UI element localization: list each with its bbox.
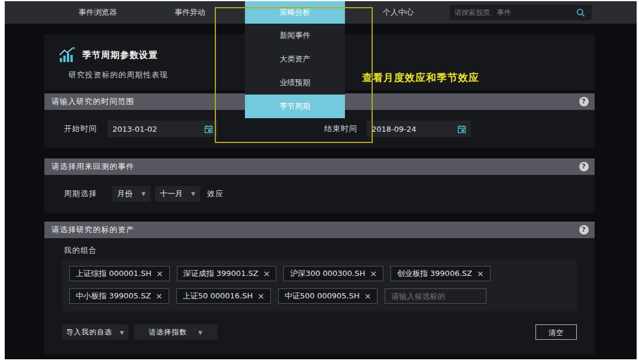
- end-time-label: 结束时间: [324, 124, 357, 134]
- remove-tag-icon[interactable]: ×: [156, 291, 163, 301]
- page-subtitle: 研究投资标的的周期性表现: [69, 70, 168, 80]
- asset-tag-label: 创业板指 399006.SZ: [397, 268, 472, 279]
- remove-tag-icon[interactable]: ×: [364, 291, 372, 301]
- help-icon[interactable]: ?: [579, 162, 589, 171]
- import-watchlist-label: 导入我的自选: [66, 328, 112, 336]
- search-icon[interactable]: [576, 8, 592, 17]
- index-select-label: 请选择指数: [149, 328, 187, 336]
- help-icon[interactable]: ?: [579, 97, 589, 106]
- remove-tag-icon[interactable]: ×: [477, 269, 484, 278]
- calendar-icon[interactable]: [457, 125, 466, 134]
- nav-item-strategy-analysis[interactable]: 策略分析: [245, 1, 345, 24]
- asset-tag-label: 中证500 000905.SH: [285, 291, 360, 301]
- start-time-label: 开始时间: [64, 124, 97, 134]
- asset-tag: 创业板指 399006.SZ ×: [390, 266, 490, 281]
- asset-tag-label: 上证综指 000001.SH: [76, 268, 151, 279]
- effect-suffix-label: 效应: [207, 188, 224, 199]
- calendar-icon[interactable]: [204, 125, 213, 134]
- asset-tag: 中小板指 399005.SZ ×: [69, 288, 169, 304]
- search-box: [450, 5, 592, 20]
- remove-tag-icon[interactable]: ×: [263, 269, 270, 278]
- section-title: 请输入研究的时间范围: [51, 97, 134, 106]
- cycle-type-select[interactable]: 月份 ▼: [112, 186, 150, 202]
- asset-tag: 深证成指 399001.SZ ×: [177, 266, 277, 281]
- chevron-down-icon: ▼: [191, 191, 195, 197]
- strategy-dropdown-menu: 新闻事件 大类资产 业绩预期 季节周期: [245, 24, 345, 118]
- asset-tag-label: 沪深300 000300.SH: [290, 268, 365, 279]
- dropdown-item-earnings-forecast[interactable]: 业绩预期: [245, 71, 345, 95]
- seasonal-chart-icon: [59, 47, 75, 63]
- start-date-input[interactable]: 2013-01-02: [108, 121, 218, 137]
- remove-tag-icon[interactable]: ×: [370, 269, 377, 278]
- cycle-month-select[interactable]: 十一月 ▼: [155, 186, 200, 202]
- end-date-input[interactable]: 2018-09-24: [367, 121, 471, 137]
- asset-tag-label: 深证成指 399001.SZ: [183, 268, 259, 279]
- dropdown-item-asset-classes[interactable]: 大类资产: [245, 47, 345, 71]
- import-watchlist-button[interactable]: 导入我的自选 ▼: [62, 324, 128, 340]
- section-title: 请选择用来回测的事件: [51, 162, 134, 171]
- page-title: 季节周期参数设置: [82, 50, 158, 61]
- index-select-dropdown[interactable]: 请选择指数 ▼: [134, 324, 217, 340]
- app-window: 事件浏览器 事件异动 策略分析 个人中心: [5, 1, 637, 359]
- end-date-value: 2018-09-24: [372, 125, 457, 134]
- asset-actions-row: 导入我的自选 ▼ 请选择指数 ▼ 清空: [44, 324, 595, 341]
- remove-tag-icon[interactable]: ×: [257, 291, 264, 301]
- clear-button[interactable]: 清空: [535, 324, 577, 340]
- chevron-down-icon: ▼: [120, 330, 124, 336]
- nav-item-event-browser[interactable]: 事件浏览器: [70, 1, 125, 24]
- cycle-month-value: 十一月: [160, 188, 186, 199]
- cycle-type-value: 月份: [117, 188, 137, 199]
- chevron-down-icon: ▼: [198, 330, 203, 336]
- asset-tag: 上证综指 000001.SH ×: [69, 266, 170, 281]
- start-date-value: 2013-01-02: [112, 125, 204, 134]
- asset-tag: 沪深300 000300.SH ×: [283, 266, 383, 281]
- section-header-backtest-event: 请选择用来回测的事件 ?: [44, 158, 595, 175]
- asset-tag: 上证50 000016.SH ×: [176, 288, 271, 304]
- nav-item-personal-center[interactable]: 个人中心: [375, 1, 422, 24]
- asset-tag-label: 中小板指 399005.SZ: [76, 291, 151, 301]
- my-portfolio-label: 我的组合: [64, 245, 97, 256]
- section-body-backtest-event: 周期选择 月份 ▼ 十一月 ▼ 效应: [44, 175, 595, 213]
- help-icon[interactable]: ?: [579, 225, 589, 235]
- cycle-select-label: 周期选择: [64, 188, 97, 199]
- section-header-target-assets: 请选择研究的标的资产 ?: [44, 222, 595, 238]
- chevron-down-icon: ▼: [141, 191, 146, 197]
- search-input[interactable]: [450, 8, 576, 17]
- asset-tag-panel: 上证综指 000001.SH × 深证成指 399001.SZ × 沪深300 …: [62, 259, 577, 311]
- asset-tag-label: 上证50 000016.SH: [183, 291, 253, 301]
- top-nav: 事件浏览器 事件异动 策略分析 个人中心: [5, 1, 637, 24]
- remove-tag-icon[interactable]: ×: [156, 269, 163, 278]
- section-title: 请选择研究的标的资产: [51, 225, 134, 234]
- candidate-asset-input[interactable]: [385, 288, 486, 304]
- nav-item-event-movement[interactable]: 事件异动: [166, 1, 214, 24]
- section-body-target-assets: 我的组合 上证综指 000001.SH × 深证成指 399001.SZ × 沪…: [44, 238, 595, 355]
- asset-tag: 中证500 000905.SH ×: [278, 288, 377, 304]
- dropdown-item-news-events[interactable]: 新闻事件: [245, 24, 345, 47]
- dropdown-item-seasonal-cycle[interactable]: 季节周期: [245, 95, 345, 118]
